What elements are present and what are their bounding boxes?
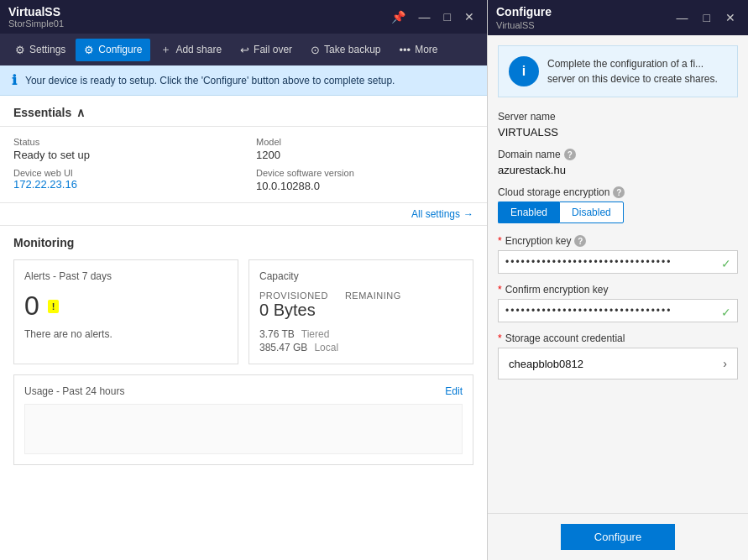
settings-button[interactable]: ⚙ Settings — [7, 39, 74, 61]
tiered-value: 3.76 TB — [259, 328, 295, 340]
storage-required-star: * — [498, 332, 502, 344]
more-label: More — [415, 44, 437, 55]
more-icon: ••• — [400, 44, 411, 56]
take-backup-label: Take backup — [324, 44, 380, 55]
right-panel-title: Configure — [496, 5, 552, 18]
alert-badge: ! — [48, 300, 60, 313]
monitoring-section: Monitoring Alerts - Past 7 days 0 ! Ther… — [0, 226, 487, 475]
capacity-card-title: Capacity — [259, 270, 463, 282]
cloud-storage-section: Cloud storage encryption ? Enabled Disab… — [498, 186, 738, 223]
usage-title: Usage - Past 24 hours — [24, 385, 124, 397]
minimize-button[interactable]: — — [415, 8, 435, 25]
local-detail: 385.47 GB Local — [259, 342, 463, 353]
capacity-row: PROVISIONED 0 Bytes REMAINING — [259, 290, 463, 320]
right-close-button[interactable]: ✕ — [721, 9, 740, 26]
device-software-label: Device software version — [256, 168, 473, 178]
encryption-key-check-icon: ✓ — [721, 257, 731, 270]
alerts-card-title: Alerts - Past 7 days — [24, 270, 228, 282]
capacity-content: PROVISIONED 0 Bytes REMAINING 3.76 TB Ti… — [259, 290, 463, 353]
confirm-key-label: * Confirm encryption key — [498, 284, 738, 296]
provisioned-item: PROVISIONED 0 Bytes — [259, 290, 328, 320]
all-settings-label: All settings — [411, 208, 460, 220]
device-web-ui-label: Device web UI — [13, 168, 231, 178]
tiered-type: Tiered — [301, 328, 330, 340]
encryption-key-input[interactable] — [498, 250, 738, 274]
enc-key-help-icon[interactable]: ? — [574, 235, 586, 247]
maximize-button[interactable]: □ — [440, 8, 455, 25]
right-panel: Configure VirtualSS — □ ✕ i Complete the… — [487, 0, 748, 560]
storage-credential-row[interactable]: cheapblob0812 › — [498, 348, 738, 379]
device-web-ui-field: Device web UI 172.22.23.16 — [13, 168, 231, 192]
confirm-key-input[interactable] — [498, 299, 738, 322]
fail-over-label: Fail over — [254, 44, 292, 55]
app-title: VirtualSS — [8, 5, 64, 18]
alerts-count-row: 0 ! — [24, 290, 228, 322]
pin-icon[interactable]: 📌 — [387, 8, 410, 25]
take-backup-icon: ⊙ — [311, 44, 320, 56]
provisioned-label: PROVISIONED — [259, 290, 328, 301]
info-card: i Complete the configuration of a fi... … — [498, 45, 738, 97]
server-name-section: Server name VIRTUALSS — [498, 111, 738, 139]
info-card-text: Complete the configuration of a fi... se… — [547, 56, 727, 86]
title-bar: VirtualSS StorSimple01 📌 — □ ✕ — [0, 0, 487, 34]
banner-message: Your device is ready to setup. Click the… — [25, 75, 395, 86]
model-label: Model — [256, 137, 473, 147]
right-footer: Configure — [488, 513, 748, 560]
add-share-label: Add share — [175, 44, 222, 55]
remaining-label: REMAINING — [345, 290, 401, 301]
configure-icon: ⚙ — [84, 44, 94, 56]
left-panel: VirtualSS StorSimple01 📌 — □ ✕ ⚙ Setting… — [0, 0, 487, 560]
right-minimize-button[interactable]: — — [672, 9, 693, 26]
model-value: 1200 — [256, 149, 473, 161]
more-button[interactable]: ••• More — [391, 39, 447, 61]
toolbar: ⚙ Settings ⚙ Configure ＋ Add share ↩ Fai… — [0, 34, 487, 65]
storage-cred-value: cheapblob0812 — [509, 358, 583, 370]
all-settings-row: All settings → — [0, 203, 487, 226]
capacity-card: Capacity PROVISIONED 0 Bytes REMAINING — [248, 259, 473, 364]
status-field: Status Ready to set up — [13, 137, 231, 161]
usage-section: Usage - Past 24 hours Edit — [13, 374, 473, 465]
right-body: i Complete the configuration of a fi... … — [488, 35, 748, 513]
domain-help-icon[interactable]: ? — [564, 149, 576, 160]
device-software-field: Device software version 10.0.10288.0 — [256, 168, 473, 192]
close-button[interactable]: ✕ — [460, 8, 479, 25]
right-maximize-button[interactable]: □ — [699, 9, 714, 26]
required-star: * — [498, 235, 502, 247]
add-share-button[interactable]: ＋ Add share — [152, 37, 230, 62]
right-title-bar: Configure VirtualSS — □ ✕ — [488, 0, 748, 35]
all-settings-link[interactable]: All settings → — [411, 208, 473, 220]
confirm-required-star: * — [498, 284, 502, 296]
domain-name-value: azurestack.hu — [498, 164, 738, 176]
encryption-key-label: * Encryption key ? — [498, 235, 738, 247]
encryption-toggle-group: Enabled Disabled — [498, 201, 738, 223]
status-label: Status — [13, 137, 231, 147]
remaining-item: REMAINING — [345, 290, 401, 320]
right-title-left: Configure VirtualSS — [496, 5, 552, 30]
model-field: Model 1200 — [256, 137, 473, 161]
confirm-key-check-icon: ✓ — [721, 306, 731, 319]
disabled-toggle[interactable]: Disabled — [559, 201, 624, 223]
cap-details: 3.76 TB Tiered 385.47 GB Local — [259, 328, 463, 353]
enabled-toggle[interactable]: Enabled — [498, 201, 559, 223]
local-value: 385.47 GB — [259, 342, 307, 353]
edit-link[interactable]: Edit — [445, 385, 463, 397]
essentials-title: Essentials ∧ — [13, 106, 85, 119]
tiered-detail: 3.76 TB Tiered — [259, 328, 463, 340]
take-backup-button[interactable]: ⊙ Take backup — [302, 39, 389, 61]
configure-button[interactable]: ⚙ Configure — [76, 39, 150, 61]
add-share-icon: ＋ — [160, 42, 171, 57]
right-title-controls: — □ ✕ — [672, 9, 740, 26]
alerts-desc: There are no alerts. — [24, 328, 228, 340]
device-web-ui-value[interactable]: 172.22.23.16 — [13, 178, 77, 191]
domain-name-section: Domain name ? azurestack.hu — [498, 149, 738, 176]
fail-over-icon: ↩ — [240, 44, 249, 56]
configure-submit-button[interactable]: Configure — [561, 524, 675, 550]
alerts-count: 0 — [24, 290, 39, 322]
cloud-storage-help-icon[interactable]: ? — [613, 186, 625, 198]
main-content: ℹ Your device is ready to setup. Click t… — [0, 65, 487, 560]
arrow-right-icon: → — [463, 208, 473, 220]
fail-over-button[interactable]: ↩ Fail over — [232, 39, 301, 61]
collapse-icon[interactable]: ∧ — [76, 106, 85, 119]
provisioned-value: 0 Bytes — [259, 301, 328, 320]
essentials-header: Essentials ∧ — [0, 96, 487, 127]
